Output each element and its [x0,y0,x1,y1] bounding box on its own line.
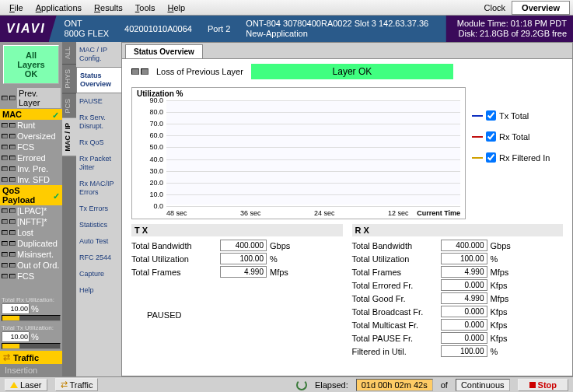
ont-model: 800G FLEX [65,29,109,39]
submenu-item[interactable]: Rx Packet Jitter [76,151,121,176]
sidebar-item[interactable]: Lost [0,227,62,238]
rx-multicast[interactable] [441,319,487,331]
traffic-button[interactable]: ⇄Traffic [55,378,99,391]
traffic-toggle[interactable]: ⇄Traffic [0,351,62,364]
submenu-item[interactable]: Rx MAC/IP Errors [76,176,121,201]
rx-frames[interactable] [441,266,487,278]
submenu-item[interactable]: MAC / IP Config. [76,42,121,67]
laser-button[interactable]: Laser [5,379,47,391]
left-sidebar: All Layers OK Prev. Layer MAC✓ RuntOvers… [0,42,62,376]
rx-errored[interactable] [441,279,487,291]
menu-help[interactable]: Help [161,2,191,14]
module-time: Module Time: 01:18 PM PDT [457,19,567,29]
mode-value[interactable]: Continuous [456,379,510,391]
legend-checkbox[interactable] [486,131,496,142]
stop-icon [529,382,536,388]
port: Port 2 [208,24,230,34]
submenu-item[interactable]: Auto Test [76,233,121,250]
rx-utilization[interactable] [441,253,487,264]
menu-file[interactable]: File [3,2,30,14]
rx-bandwidth[interactable] [441,240,487,251]
stop-button[interactable]: Stop [518,379,568,391]
vertical-tabs: ALLPHYSPCSMAC / IP [62,42,76,376]
sidebar-item[interactable]: Out of Ord. [0,260,62,271]
submenu-item[interactable]: Help [76,282,121,299]
layer-ok-badge: Layer OK [251,64,453,79]
overview-button[interactable]: Overview [512,1,570,15]
legend-checkbox[interactable] [486,152,496,163]
rx-good[interactable] [441,292,487,304]
refresh-icon[interactable] [296,380,307,390]
device-info: ONT-804 30780400RA0022 Slot 3 142.63.37.… [246,19,428,29]
check-icon: ✓ [52,110,60,118]
header-bar: VIAVI ONT800G FLEX 402001010A0064 Port 2… [0,16,573,42]
sidebar-item[interactable]: [LPAC]* [0,205,62,216]
sidebar-item[interactable]: Runt [0,120,62,131]
submenu-item[interactable]: Capture [76,266,121,282]
footer-bar: Laser ⇄Traffic Elapsed: 01d 00h 02m 42s … [0,376,573,392]
status-led [131,68,139,75]
utilization-chart: Utilization % 90.080.070.060.050.040.030… [131,87,466,219]
traffic-icon: ⇄ [61,380,68,390]
ont-label: ONT [65,19,109,29]
paused-label: PAUSED [147,310,181,320]
all-layers-ok-button[interactable]: All Layers OK [3,45,59,84]
rx-filtered[interactable] [441,345,487,357]
sidebar-item[interactable]: Inv. SFD [0,174,62,185]
tx-util-bar [2,343,61,349]
elapsed-label: Elapsed: [315,380,348,390]
submenu-item[interactable]: Tx Errors [76,201,121,217]
submenu-item[interactable]: RFC 2544 [76,250,121,266]
tx-header: T X [131,224,343,236]
sidebar-item[interactable]: FCS [0,142,62,152]
app-name: New-Application [246,29,428,39]
sidebar-item[interactable]: FCS [0,271,62,282]
elapsed-value: 01d 00h 02m 42s [356,379,433,391]
rx-util-label: Total Rx Utilization: [2,296,61,303]
chart-legend: Tx TotalRx TotalRx Filtered In [472,87,550,219]
tx-utilization[interactable] [220,253,267,264]
tx-frames[interactable] [220,266,267,278]
menu-apps[interactable]: Applications [30,2,88,14]
tx-util-label: Total Tx Utilization: [2,324,61,331]
sidebar-item[interactable]: Duplicated [0,238,62,249]
rx-util-value[interactable] [2,303,30,314]
vtab-pcs[interactable]: PCS [62,94,76,119]
rx-header: R X [352,224,564,236]
warning-icon [10,382,18,388]
submenu-item[interactable]: Rx QoS [76,135,121,151]
submenu-item[interactable]: Statistics [76,217,121,233]
rx-broadcast[interactable] [441,306,487,317]
sidebar-item[interactable]: Errored [0,152,62,163]
logo: VIAVI [6,22,46,36]
clock-label[interactable]: Clock [478,2,512,14]
menu-tools[interactable]: Tools [129,2,162,14]
prev-layer[interactable]: Prev. Layer [17,88,61,108]
vtab-mac-ip[interactable]: MAC / IP [62,118,76,157]
submenu: MAC / IP Config.Status OverviewPAUSERx S… [76,42,121,376]
menu-results[interactable]: Results [88,2,129,14]
tx-util-value[interactable] [2,331,30,342]
qos-section[interactable]: QoS Payload✓ [0,185,62,205]
status-led [141,68,148,75]
legend-item[interactable]: Tx Total [472,110,550,121]
legend-checkbox[interactable] [486,110,496,121]
mac-section[interactable]: MAC✓ [0,109,62,120]
sidebar-item[interactable]: [NFTF]* [0,216,62,227]
legend-item[interactable]: Rx Filtered In [472,152,550,163]
sidebar-item[interactable]: Misinsert. [0,249,62,260]
tx-bandwidth[interactable] [220,240,267,251]
tab-status-overview[interactable]: Status Overview [125,44,203,58]
insertion[interactable]: Insertion [2,365,40,376]
vtab-phys[interactable]: PHYS [62,65,76,94]
rx-pause[interactable] [441,332,487,344]
sidebar-item[interactable]: Oversized [0,131,62,142]
submenu-item[interactable]: Rx Serv. Disrupt. [76,110,121,135]
sidebar-item[interactable]: Inv. Pre. [0,163,62,174]
submenu-item[interactable]: PAUSE [76,93,121,110]
vtab-all[interactable]: ALL [62,42,76,65]
check-icon: ✓ [53,191,61,199]
rx-util-bar [2,315,61,321]
submenu-item[interactable]: Status Overview [76,67,121,93]
legend-item[interactable]: Rx Total [472,131,550,142]
